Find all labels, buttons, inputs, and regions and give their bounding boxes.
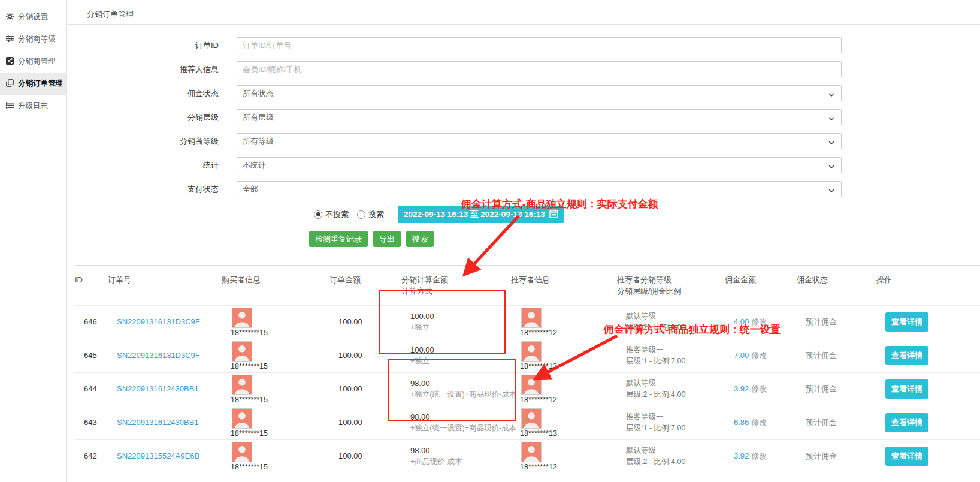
selected-value: 不统计 bbox=[243, 160, 266, 171]
date-search-row: 不搜索 搜索 2022-09-13 16:13 至 2022-09-13 16:… bbox=[314, 206, 980, 223]
filter-form: 订单ID 推荐人信息 佣金状态 所有状态 分销层级 所有层级 bbox=[67, 25, 980, 247]
header-referrer-info: 推荐者信息 bbox=[511, 275, 617, 297]
radio-no-search-label: 不搜索 bbox=[325, 209, 349, 220]
referrer-phone-link[interactable]: 18*******13 bbox=[520, 362, 557, 372]
header-commission-status: 佣金状态 bbox=[797, 275, 876, 297]
filter-label-distributor-grade: 分销商等级 bbox=[67, 136, 237, 147]
filter-label-referrer-info: 推荐人信息 bbox=[67, 64, 237, 75]
search-button[interactable]: 搜索 bbox=[406, 231, 434, 247]
calc-amount: 98.00 bbox=[410, 378, 520, 389]
commission-amount-link[interactable]: 3.92 bbox=[734, 451, 749, 460]
referrer-avatar bbox=[521, 375, 542, 395]
referrer-phone-link[interactable]: 18*******12 bbox=[520, 462, 557, 473]
export-button[interactable]: 导出 bbox=[373, 231, 401, 247]
view-details-button[interactable]: 查看详情 bbox=[885, 379, 928, 399]
page: 分销设置 分销商等级 分销商管理 分销订单管理 升级日志 bbox=[0, 0, 980, 482]
cell-commission: 7.00修改 bbox=[734, 350, 806, 361]
modify-link[interactable]: 修改 bbox=[751, 351, 767, 360]
sidebar-item-distribution-orders[interactable]: 分销订单管理 bbox=[0, 73, 66, 95]
date-range-button[interactable]: 2022-09-13 16:13 至 2022-09-13 16:13 bbox=[398, 206, 564, 223]
commission-amount-link[interactable]: 4.00 bbox=[734, 317, 749, 326]
tab-bar: 分销订单管理 bbox=[67, 0, 980, 25]
radio-no-search[interactable]: 不搜索 bbox=[314, 209, 349, 220]
referrer-phone-link[interactable]: 18*******13 bbox=[520, 429, 557, 439]
modify-link[interactable]: 修改 bbox=[751, 451, 767, 460]
modify-link[interactable]: 修改 bbox=[751, 317, 767, 326]
copy-icon bbox=[6, 79, 14, 89]
cell-commission-status: 预计佣金 bbox=[806, 317, 885, 327]
radio-selected-icon bbox=[314, 210, 322, 219]
chevron-down-icon bbox=[828, 88, 834, 99]
tab-distribution-orders[interactable]: 分销订单管理 bbox=[87, 10, 134, 19]
table-body: 646 SN22091316131D3C9F 18*******15 100.0… bbox=[75, 305, 980, 473]
selected-value: 所有层级 bbox=[243, 112, 274, 123]
cell-order-amount: 100.00 bbox=[338, 451, 410, 462]
commission-amount-link[interactable]: 7.00 bbox=[734, 351, 749, 360]
order-number-link[interactable]: SN22091316131D3C9F bbox=[117, 317, 200, 326]
order-number-link[interactable]: SN22091315524A9E6B bbox=[117, 451, 199, 460]
commission-amount-link[interactable]: 6.86 bbox=[734, 418, 749, 427]
cell-actions: 查看详情 bbox=[885, 346, 980, 365]
order-number-link[interactable]: SN22091316131D3C9F bbox=[117, 351, 200, 360]
calc-method: +独立 bbox=[410, 356, 520, 367]
cell-order-number: SN2209131612430BB1 bbox=[117, 417, 231, 428]
commission-status-select[interactable]: 所有状态 bbox=[237, 85, 842, 101]
cell-order-number: SN2209131612430BB1 bbox=[117, 384, 231, 394]
header-id: ID bbox=[75, 275, 108, 297]
calc-method: +商品现价-成本 bbox=[410, 457, 520, 468]
selected-value: 所有状态 bbox=[243, 88, 274, 99]
sidebar-item-distribution-settings[interactable]: 分销设置 bbox=[0, 6, 66, 28]
buyer-avatar bbox=[232, 308, 252, 328]
distribution-level-select[interactable]: 所有层级 bbox=[237, 109, 842, 125]
buyer-phone: 18*******15 bbox=[231, 462, 268, 473]
cell-commission-status: 预计佣金 bbox=[806, 350, 885, 361]
referrer-phone-link[interactable]: 18*******12 bbox=[520, 395, 557, 406]
order-id-input[interactable] bbox=[237, 37, 842, 53]
view-details-button[interactable]: 查看详情 bbox=[885, 413, 928, 432]
filter-label-order-id: 订单ID bbox=[67, 40, 237, 51]
cell-order-number: SN22091316131D3C9F bbox=[117, 317, 231, 327]
cell-id: 646 bbox=[84, 317, 117, 327]
cell-actions: 查看详情 bbox=[885, 447, 980, 466]
header-buyer-info: 购买者信息 bbox=[222, 275, 329, 297]
referrer-grade: 默认等级 bbox=[626, 445, 734, 456]
referrer-grade: 推客等级一 bbox=[626, 412, 734, 423]
sidebar-item-distributor-management[interactable]: 分销商管理 bbox=[0, 50, 66, 73]
filter-label-distribution-level: 分销层级 bbox=[67, 112, 237, 123]
order-number-link[interactable]: SN2209131612430BB1 bbox=[117, 384, 199, 393]
sidebar-item-label: 分销设置 bbox=[18, 12, 48, 22]
table-row: 645 SN22091316131D3C9F 18*******15 100.0… bbox=[75, 339, 980, 372]
chevron-down-icon bbox=[828, 160, 834, 171]
modify-link[interactable]: 修改 bbox=[751, 418, 767, 427]
cell-buyer: 18*******15 bbox=[231, 306, 338, 339]
check-duplicates-button[interactable]: 检测重复记录 bbox=[309, 231, 368, 247]
action-buttons-row: 检测重复记录 导出 搜索 bbox=[309, 231, 980, 247]
sidebar-item-distributor-grade[interactable]: 分销商等级 bbox=[0, 28, 66, 50]
referrer-phone-link[interactable]: 18*******12 bbox=[520, 328, 557, 339]
buyer-avatar bbox=[232, 442, 252, 462]
cell-buyer: 18*******15 bbox=[231, 440, 338, 473]
distributor-grade-select[interactable]: 所有等级 bbox=[237, 133, 842, 149]
view-details-button[interactable]: 查看详情 bbox=[885, 447, 928, 466]
commission-amount-link[interactable]: 3.92 bbox=[734, 384, 749, 393]
payment-status-select[interactable]: 全部 bbox=[237, 181, 842, 197]
cell-referrer-grade: 推客等级一 层级:1 - 比例:7.00 bbox=[626, 412, 734, 433]
modify-link[interactable]: 修改 bbox=[751, 384, 767, 393]
header-commission-amount: 佣金金额 bbox=[725, 275, 797, 297]
statistics-select[interactable]: 不统计 bbox=[237, 157, 842, 173]
view-details-button[interactable]: 查看详情 bbox=[885, 312, 928, 332]
sidebar-item-upgrade-log[interactable]: 升级日志 bbox=[0, 95, 66, 117]
radio-search[interactable]: 搜索 bbox=[357, 209, 384, 220]
view-details-button[interactable]: 查看详情 bbox=[885, 346, 928, 365]
referrer-avatar bbox=[521, 408, 542, 429]
header-calc-amount: 分销计算金额计算方式 bbox=[401, 275, 511, 297]
cell-referrer-grade: 默认等级 层级:2 - 比例:4.00 bbox=[626, 378, 734, 400]
order-number-link[interactable]: SN2209131612430BB1 bbox=[117, 418, 199, 427]
cell-calc-amount: 98.00 +独立(统一设置)+商品现价-成本 bbox=[410, 412, 520, 434]
referrer-info-input[interactable] bbox=[237, 61, 842, 77]
cell-id: 643 bbox=[84, 417, 117, 428]
table-row: 646 SN22091316131D3C9F 18*******15 100.0… bbox=[75, 305, 980, 339]
cell-commission: 3.92修改 bbox=[734, 384, 806, 394]
cell-calc-amount: 98.00 +商品现价-成本 bbox=[410, 445, 520, 468]
cell-referrer: 18*******12 bbox=[520, 306, 626, 339]
